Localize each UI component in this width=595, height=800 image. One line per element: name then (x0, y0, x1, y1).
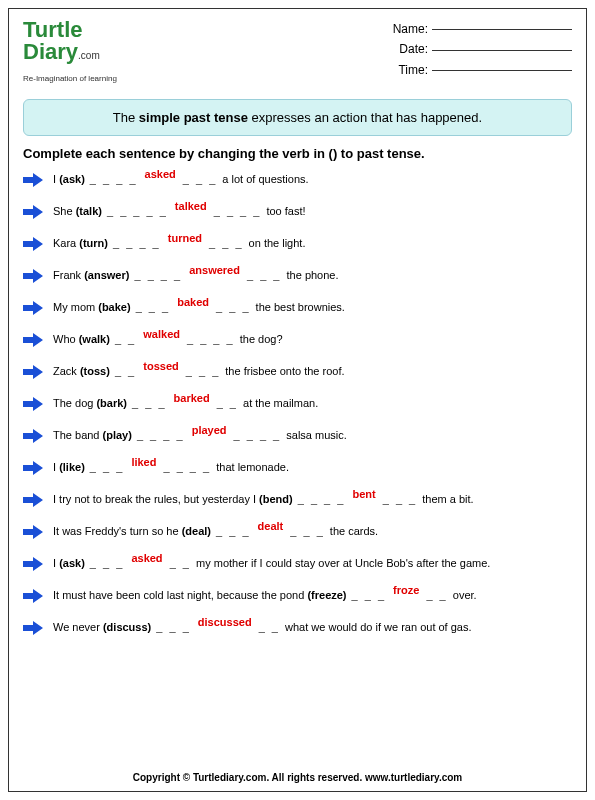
blank-left[interactable]: _ _ (110, 365, 141, 377)
blank-right[interactable]: _ _ _ (242, 269, 287, 281)
svg-marker-3 (23, 269, 43, 283)
arrow-icon (23, 621, 43, 635)
svg-marker-0 (23, 173, 43, 187)
answer: baked (177, 296, 209, 308)
sentence-post: that lemonade. (216, 461, 289, 473)
question-item: I try not to break the rules, but yester… (23, 493, 572, 507)
arrow-icon (23, 557, 43, 571)
question-item: Frank (answer) _ _ _ _ answered _ _ _ th… (23, 269, 572, 283)
arrow-icon (23, 525, 43, 539)
blank-left[interactable]: _ _ _ (85, 557, 130, 569)
sentence-post: them a bit. (422, 493, 473, 505)
blank-left[interactable]: _ _ (110, 333, 141, 345)
sentence: I (like) _ _ _ liked _ _ _ _ that lemona… (53, 461, 572, 474)
svg-marker-14 (23, 621, 43, 635)
sentence: We never (discuss) _ _ _ discussed _ _ w… (53, 621, 572, 634)
blank-right[interactable]: _ _ (165, 557, 196, 569)
sentence-post: the dog? (240, 333, 283, 345)
blank-right[interactable]: _ _ _ (211, 301, 256, 313)
blank-right[interactable]: _ _ (421, 589, 452, 601)
sentence-post: the best brownies. (256, 301, 345, 313)
verb-base: (answer) (84, 269, 129, 281)
svg-marker-4 (23, 301, 43, 315)
blank-left[interactable]: _ _ _ (347, 589, 392, 601)
sentence-post: the phone. (287, 269, 339, 281)
sentence-post: salsa music. (286, 429, 347, 441)
question-item: She (talk) _ _ _ _ _ talked _ _ _ _ too … (23, 205, 572, 219)
blank-right[interactable]: _ _ _ _ (158, 461, 216, 473)
svg-marker-11 (23, 525, 43, 539)
blank-left[interactable]: _ _ _ (85, 461, 130, 473)
footer: Copyright © Turtlediary.com. All rights … (9, 772, 586, 783)
blank-right[interactable]: _ _ _ (204, 237, 249, 249)
blank-right[interactable]: _ _ _ _ (209, 205, 267, 217)
blank-left[interactable]: _ _ _ _ (129, 269, 187, 281)
blank-left[interactable]: _ _ _ _ (293, 493, 351, 505)
verb-base: (toss) (80, 365, 110, 377)
question-item: The dog (bark) _ _ _ barked _ _ at the m… (23, 397, 572, 411)
blank-left[interactable]: _ _ _ _ (108, 237, 166, 249)
time-field[interactable] (432, 70, 572, 71)
answer: walked (143, 328, 180, 340)
sentence: The band (play) _ _ _ _ played _ _ _ _ s… (53, 429, 572, 442)
arrow-icon (23, 269, 43, 283)
blank-left[interactable]: _ _ _ (131, 301, 176, 313)
sentence-pre: Who (53, 333, 79, 345)
blank-right[interactable]: _ _ _ (285, 525, 330, 537)
blank-right[interactable]: _ _ _ (178, 173, 223, 185)
svg-marker-12 (23, 557, 43, 571)
blank-left[interactable]: _ _ _ (127, 397, 172, 409)
verb-base: (freeze) (307, 589, 346, 601)
answer: answered (189, 264, 240, 276)
blank-right[interactable]: _ _ _ (378, 493, 423, 505)
name-label: Name: (393, 22, 428, 36)
sentence-post: too fast! (266, 205, 305, 217)
blank-right[interactable]: _ _ _ _ (182, 333, 240, 345)
blank-left[interactable]: _ _ _ _ (85, 173, 143, 185)
blank-right[interactable]: _ _ (254, 621, 285, 633)
sentence: My mom (bake) _ _ _ baked _ _ _ the best… (53, 301, 572, 314)
sentence-pre: Frank (53, 269, 84, 281)
answer: dealt (258, 520, 284, 532)
arrow-icon (23, 589, 43, 603)
arrow-icon (23, 205, 43, 219)
verb-base: (deal) (182, 525, 211, 537)
name-field[interactable] (432, 29, 572, 30)
question-item: I (like) _ _ _ liked _ _ _ _ that lemona… (23, 461, 572, 475)
arrow-icon (23, 237, 43, 251)
blank-right[interactable]: _ _ (212, 397, 243, 409)
question-item: I (ask) _ _ _ _ asked _ _ _ a lot of que… (23, 173, 572, 187)
sentence-pre: She (53, 205, 76, 217)
verb-base: (walk) (79, 333, 110, 345)
sentence-pre: I try not to break the rules, but yester… (53, 493, 259, 505)
question-item: Who (walk) _ _ walked _ _ _ _ the dog? (23, 333, 572, 347)
sentence: I (ask) _ _ _ _ asked _ _ _ a lot of que… (53, 173, 572, 186)
question-item: My mom (bake) _ _ _ baked _ _ _ the best… (23, 301, 572, 315)
question-item: I (ask) _ _ _ asked _ _ my mother if I c… (23, 557, 572, 571)
blank-right[interactable]: _ _ _ (181, 365, 226, 377)
arrow-icon (23, 333, 43, 347)
answer: asked (131, 552, 162, 564)
blank-left[interactable]: _ _ _ (211, 525, 256, 537)
info-prefix: The (113, 110, 139, 125)
blank-left[interactable]: _ _ _ (151, 621, 196, 633)
svg-marker-6 (23, 365, 43, 379)
answer: asked (145, 168, 176, 180)
logo-tagline: Re-Imagination of learning (23, 74, 117, 83)
sentence-pre: The band (53, 429, 103, 441)
verb-base: (ask) (59, 557, 85, 569)
question-item: Zack (toss) _ _ tossed _ _ _ the frisbee… (23, 365, 572, 379)
sentence: She (talk) _ _ _ _ _ talked _ _ _ _ too … (53, 205, 572, 218)
logo: Turtle Diary.com Re-Imagination of learn… (23, 19, 117, 85)
instruction: Complete each sentence by changing the v… (23, 146, 572, 161)
sentence: Who (walk) _ _ walked _ _ _ _ the dog? (53, 333, 572, 346)
date-field[interactable] (432, 50, 572, 51)
blank-right[interactable]: _ _ _ _ (229, 429, 287, 441)
sentence-pre: The dog (53, 397, 96, 409)
blank-left[interactable]: _ _ _ _ _ (102, 205, 173, 217)
arrow-icon (23, 173, 43, 187)
sentence-post: the cards. (330, 525, 378, 537)
arrow-icon (23, 397, 43, 411)
answer: discussed (198, 616, 252, 628)
blank-left[interactable]: _ _ _ _ (132, 429, 190, 441)
